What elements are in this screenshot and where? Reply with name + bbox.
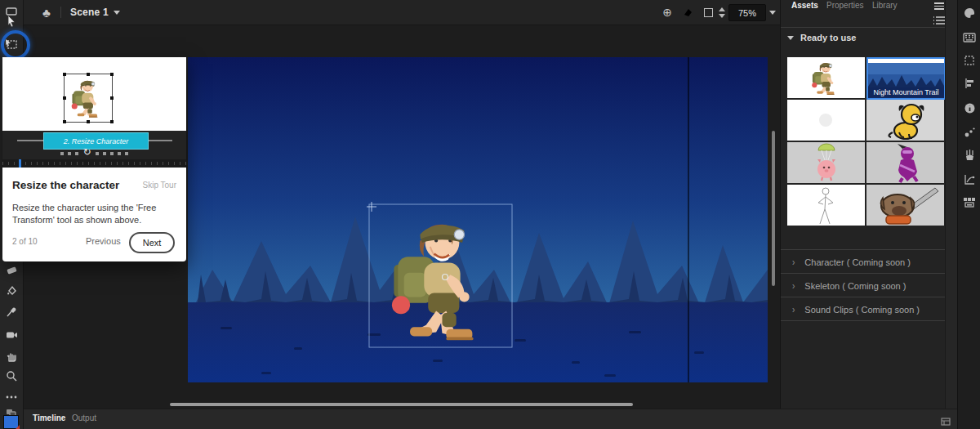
eyedropper-tool-icon[interactable] <box>2 302 21 322</box>
tour-progress: 2 of 10 <box>12 237 38 246</box>
tab-output[interactable]: Output <box>72 409 96 426</box>
info-panel-icon[interactable] <box>963 101 976 114</box>
asset-thumb-night-mountain-trail[interactable]: Night Mountain Trail <box>866 57 946 100</box>
section-ready-to-use[interactable]: Ready to use <box>787 33 856 42</box>
center-stage-icon[interactable]: ⊕ <box>658 0 676 25</box>
paint-bucket-tool-icon[interactable] <box>2 281 21 301</box>
tour-footer: 2 of 10 Previous Next <box>12 232 176 252</box>
skip-tour-link[interactable]: Skip Tour <box>142 181 176 190</box>
night-mountain-scene <box>188 57 768 382</box>
asset-label-night-mountain-trail: Night Mountain Trail <box>868 87 944 97</box>
camera-tool-icon[interactable] <box>2 325 21 345</box>
hand-tool-icon[interactable] <box>2 346 21 366</box>
top-bar: ♣ Scene 1 ⊕ 75% <box>23 0 780 25</box>
stage-vertical-scrollbar[interactable] <box>772 131 775 286</box>
zoom-level-input[interactable]: 75% <box>728 4 766 21</box>
zoom-stepper[interactable] <box>716 0 728 25</box>
swatch-edit-marker <box>15 425 20 429</box>
next-button[interactable]: Next <box>129 232 175 253</box>
tour-card: Resize the character Skip Tour Resize th… <box>2 168 186 261</box>
zoom-tool-icon[interactable] <box>2 366 21 386</box>
tour-body-text: Resize the character using the 'Free Tra… <box>12 202 176 227</box>
snapping-icon[interactable] <box>678 0 697 25</box>
stage-canvas[interactable] <box>188 57 768 382</box>
eraser-tool-icon[interactable] <box>2 260 21 279</box>
mini-timeline-ruler <box>2 159 186 168</box>
tour-popup: 2. Resize Character ↻ Resize the charact… <box>2 57 186 261</box>
tab-assets[interactable]: Assets <box>791 0 818 11</box>
previous-button[interactable]: Previous <box>86 236 121 246</box>
asset-thumb-sketch-figure[interactable] <box>787 185 865 226</box>
tab-properties[interactable]: Properties <box>826 0 864 11</box>
tab-library[interactable]: Library <box>872 0 898 11</box>
divider <box>781 320 945 321</box>
scene-flower-icon[interactable]: ♣ <box>38 0 56 25</box>
mini-timeline-controls: ↻ <box>2 150 186 158</box>
tab-timeline[interactable]: Timeline <box>33 409 65 426</box>
stage-horizontal-scrollbar[interactable] <box>170 403 633 406</box>
object-drawing-icon[interactable] <box>699 0 717 25</box>
divider <box>781 27 945 28</box>
tour-highlight-ring <box>1 30 30 60</box>
fill-color-swatch[interactable] <box>3 415 19 429</box>
graph-panel-icon[interactable] <box>963 172 976 185</box>
chevron-right-icon: › <box>792 280 795 291</box>
section-character-coming-soon[interactable]: › Character ( Coming soon ) <box>781 249 945 274</box>
asset-thumb-pig-parachute[interactable] <box>787 142 865 183</box>
right-dock-strip <box>957 0 980 429</box>
panel-menu-icon[interactable] <box>934 2 944 10</box>
section-skeleton-coming-soon[interactable]: › Skeleton ( Coming soon ) <box>781 273 945 297</box>
blocks-panel-icon[interactable] <box>963 196 976 209</box>
loop-icon[interactable]: ↻ <box>82 148 91 156</box>
tour-step-banner: 2. Resize Character <box>43 132 149 150</box>
color-palette-icon[interactable] <box>963 7 976 20</box>
mini-playhead <box>19 159 21 168</box>
scene-name-label: Scene 1 <box>70 0 109 25</box>
section-sound-clips-coming-soon[interactable]: › Sound Clips ( Coming soon ) <box>781 297 945 321</box>
selection-tool-icon[interactable] <box>2 11 21 31</box>
divider <box>60 7 61 18</box>
asset-thumb-blank[interactable] <box>787 100 865 141</box>
align-panel-icon[interactable] <box>963 77 976 90</box>
asset-thumb-purple-ninja[interactable] <box>866 142 944 183</box>
animation-app-window: ♣ Scene 1 ⊕ 75% <box>0 0 980 429</box>
transform-panel-icon[interactable] <box>963 54 976 67</box>
timeline-options-icon[interactable] <box>941 414 951 429</box>
chevron-right-icon: › <box>792 304 795 315</box>
tour-video-controls: 2. Resize Character ↻ <box>2 131 186 168</box>
bottom-panel-bar: Timeline Output <box>23 409 957 429</box>
asset-thumb-yellow-dog[interactable] <box>866 100 944 141</box>
mini-selection-box <box>64 74 113 123</box>
chevron-right-icon: › <box>792 257 795 267</box>
assets-panel: Assets Properties Library Ready to use N… <box>780 0 958 429</box>
asset-thumb-hiker[interactable] <box>787 57 865 98</box>
puppet-panel-icon[interactable] <box>963 149 976 162</box>
keyboard-panel-icon[interactable] <box>963 31 976 44</box>
chevron-down-icon <box>787 36 794 40</box>
particles-panel-icon[interactable] <box>963 125 976 138</box>
zoom-dropdown-chevron[interactable] <box>766 0 779 25</box>
scene-dropdown-chevron[interactable] <box>109 0 124 25</box>
tour-video-preview <box>2 57 186 131</box>
asset-thumb-dog-with-sword[interactable] <box>866 185 944 226</box>
